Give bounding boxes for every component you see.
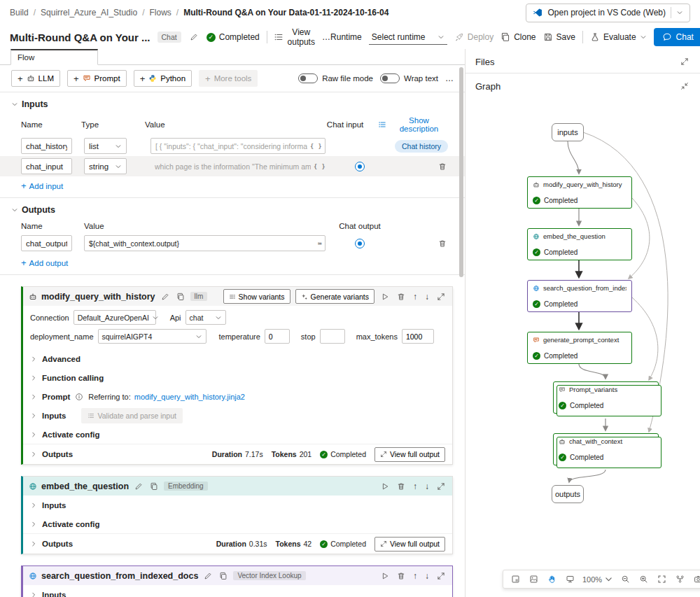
save-button[interactable]: Save bbox=[543, 32, 575, 42]
section-chevron-icon[interactable] bbox=[11, 101, 18, 108]
collapse-graph-button[interactable] bbox=[679, 80, 690, 92]
expand-files-button[interactable] bbox=[679, 56, 690, 67]
braces-expand-icon[interactable]: { } bbox=[310, 142, 322, 150]
more-tools-button[interactable]: + More tools bbox=[199, 70, 258, 87]
input-value-box[interactable]: [ { "inputs": { "chat_input": "consideri… bbox=[150, 138, 326, 154]
max-tokens-field[interactable] bbox=[402, 329, 434, 344]
copy-node-button[interactable] bbox=[218, 570, 229, 582]
node-section-advanced[interactable]: Advanced bbox=[23, 349, 452, 368]
input-name-field[interactable] bbox=[21, 158, 72, 174]
graph-node-chat-with-context[interactable]: chat_with_context ✓Completed bbox=[553, 433, 659, 465]
node-section-inputs[interactable]: Inputs bbox=[23, 585, 452, 597]
move-node-down-button[interactable]: ↓ bbox=[424, 570, 430, 582]
run-node-button[interactable] bbox=[379, 481, 391, 492]
input-type-select[interactable]: string bbox=[84, 158, 127, 174]
view-outputs-button[interactable]: View outputs bbox=[274, 27, 315, 47]
raw-file-mode-toggle[interactable] bbox=[298, 73, 318, 83]
tab-flow[interactable]: Flow bbox=[10, 49, 98, 65]
deployment-name-select[interactable]: squirrelAIGPT4 bbox=[98, 329, 206, 344]
auto-layout-button[interactable] bbox=[674, 573, 686, 585]
input-type-select[interactable]: list bbox=[84, 138, 127, 154]
more-commands-button[interactable]: … bbox=[322, 32, 330, 42]
node-section-inputs[interactable]: Inputs Validate and parse input bbox=[23, 406, 452, 425]
graph-node-modify-query[interactable]: modify_query_with_history ✓Completed bbox=[527, 176, 632, 209]
add-input-link[interactable]: + Add input bbox=[0, 176, 63, 197]
node-header[interactable]: embed_the_question Embedding ↑ ↓ bbox=[23, 477, 452, 496]
node-section-outputs[interactable]: Outputs Duration0.31s Tokens42 ✓Complete… bbox=[23, 533, 452, 554]
graph-node-generate-prompt-context[interactable]: generate_prompt_context ✓Completed bbox=[527, 332, 632, 364]
breadcrumb-project[interactable]: Squirrel_Azure_AI_Studio bbox=[41, 8, 137, 17]
breadcrumb-flows[interactable]: Flows bbox=[149, 8, 171, 17]
graph-outputs-node[interactable]: outputs bbox=[552, 485, 584, 503]
output-value-box[interactable]: ${chat_with_context.output} ≔ bbox=[84, 235, 326, 251]
expand-node-button[interactable] bbox=[435, 570, 447, 582]
move-node-up-button[interactable]: ↑ bbox=[412, 481, 419, 492]
node-section-activate-config[interactable]: Activate config bbox=[23, 425, 452, 444]
wrap-text-toggle[interactable] bbox=[380, 73, 400, 83]
node-section-activate-config[interactable]: Activate config bbox=[23, 514, 452, 533]
delete-input-button[interactable] bbox=[437, 161, 448, 172]
node-section-inputs[interactable]: Inputs bbox=[23, 496, 452, 514]
graph-node-prompt-variants[interactable]: Prompt_variants ✓Completed bbox=[553, 381, 659, 414]
show-description-link[interactable]: Show description bbox=[378, 116, 448, 133]
copy-node-button[interactable] bbox=[148, 481, 160, 492]
input-name-field[interactable] bbox=[21, 138, 72, 154]
export-image-button[interactable] bbox=[692, 573, 700, 585]
stop-field[interactable] bbox=[320, 329, 345, 344]
input-value-box[interactable]: which page is the information "The minim… bbox=[150, 162, 326, 171]
chat-input-radio[interactable] bbox=[355, 162, 365, 171]
rename-node-button[interactable] bbox=[202, 570, 214, 582]
fit-view-button[interactable] bbox=[564, 573, 576, 585]
validate-parse-input-button[interactable]: Validate and parse input bbox=[81, 408, 183, 423]
node-section-function-calling[interactable]: Function calling bbox=[23, 368, 452, 387]
toolbar-more-button[interactable]: … bbox=[445, 73, 454, 83]
view-full-output-button[interactable]: View full output bbox=[374, 447, 445, 462]
connection-select[interactable]: Default_AzureOpenAI bbox=[74, 310, 156, 325]
zoom-out-button[interactable] bbox=[620, 573, 631, 585]
minimap-button[interactable] bbox=[510, 573, 522, 585]
prompt-file-link[interactable]: modify_query_with_history.jinja2 bbox=[134, 393, 245, 401]
output-name-field[interactable] bbox=[21, 235, 72, 251]
view-full-output-button[interactable]: View full output bbox=[374, 537, 445, 552]
value-editor-icon[interactable]: ≔ bbox=[318, 239, 322, 247]
node-section-prompt[interactable]: Prompt Referring to: modify_query_with_h… bbox=[23, 387, 452, 406]
move-node-down-button[interactable]: ↓ bbox=[424, 481, 430, 492]
edit-title-button[interactable] bbox=[188, 31, 200, 43]
rename-node-button[interactable] bbox=[133, 481, 144, 492]
node-header[interactable]: modify_query_with_history llm Show varia… bbox=[23, 287, 452, 306]
rename-node-button[interactable] bbox=[160, 291, 171, 302]
chat-history-badge[interactable]: Chat history bbox=[395, 140, 448, 153]
delete-output-button[interactable] bbox=[437, 238, 448, 249]
api-select[interactable]: chat bbox=[186, 310, 226, 325]
show-variants-button[interactable]: Show variants bbox=[223, 289, 290, 304]
fit-screen-button[interactable] bbox=[656, 573, 668, 585]
graph-node-embed-question[interactable]: embed_the_question ✓Completed bbox=[527, 228, 632, 260]
expand-node-button[interactable] bbox=[435, 481, 447, 492]
add-llm-button[interactable]: + LLM bbox=[11, 70, 60, 87]
zoom-in-button[interactable] bbox=[638, 573, 650, 585]
chevron-down-icon[interactable] bbox=[676, 9, 683, 16]
add-python-button[interactable]: + Python bbox=[134, 70, 192, 87]
move-node-down-button[interactable]: ↓ bbox=[424, 291, 430, 302]
add-prompt-button[interactable]: + Prompt bbox=[67, 70, 127, 87]
run-node-button[interactable] bbox=[379, 570, 391, 582]
temperature-field[interactable] bbox=[265, 329, 290, 344]
runtime-select[interactable]: Select runtime bbox=[369, 30, 447, 45]
chat-output-radio[interactable] bbox=[355, 239, 365, 248]
move-node-up-button[interactable]: ↑ bbox=[412, 570, 419, 582]
chat-button[interactable]: Chat bbox=[654, 28, 700, 46]
deploy-button[interactable]: Deploy bbox=[454, 32, 493, 42]
breadcrumb-build[interactable]: Build bbox=[10, 8, 29, 17]
graph-node-search-question[interactable]: search_question_from_indexed_docs ✓Compl… bbox=[527, 280, 632, 312]
copy-node-button[interactable] bbox=[175, 291, 186, 302]
node-section-outputs[interactable]: Outputs Duration7.17s Tokens201 ✓Complet… bbox=[23, 444, 452, 464]
open-vscode-button[interactable]: Open project in VS Code (Web) bbox=[526, 3, 690, 22]
expand-node-button[interactable] bbox=[435, 291, 447, 302]
delete-node-button[interactable] bbox=[396, 481, 407, 492]
add-output-link[interactable]: + Add output bbox=[0, 253, 68, 274]
graph-canvas[interactable]: inputs modify_query_with_history ✓Comple… bbox=[465, 49, 700, 597]
delete-node-button[interactable] bbox=[396, 570, 407, 582]
scrollbar-thumb[interactable] bbox=[459, 67, 463, 277]
evaluate-button[interactable]: Evaluate bbox=[590, 32, 647, 42]
clone-button[interactable]: Clone bbox=[500, 32, 536, 42]
